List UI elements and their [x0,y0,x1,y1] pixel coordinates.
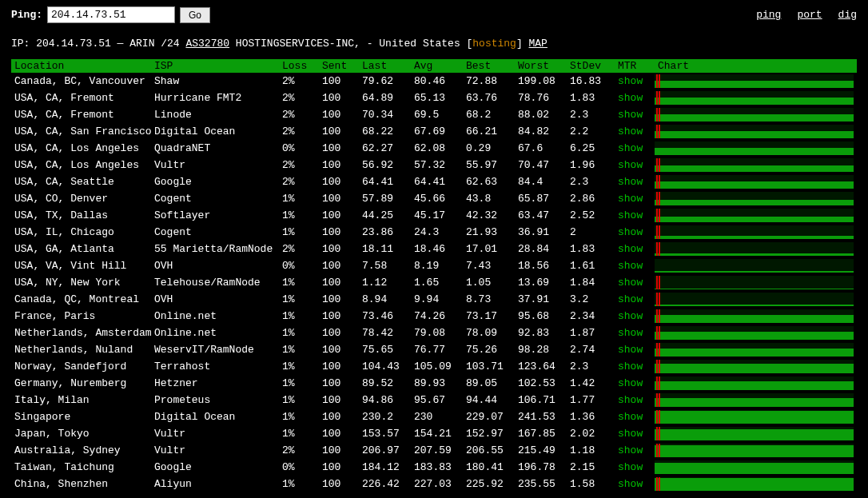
cell-isp: Hetzner [151,375,279,392]
loss-marker-icon [656,376,660,390]
mtr-show-link[interactable]: show [618,75,643,87]
table-row: Netherlands, NulandWeservIT/RamNode1%100… [11,341,857,358]
cell-location: Taiwan, Taichung [11,459,151,476]
mtr-show-link[interactable]: show [618,125,643,137]
th-last: Last [359,59,411,73]
mtr-show-link[interactable]: show [618,277,643,289]
cell-loss: 1% [279,392,319,408]
cell-sent: 100 [319,375,359,392]
latency-chart [655,175,854,189]
cell-best: 66.21 [463,123,515,140]
table-row: USA, CA, San FranciscoDigital Ocean2%100… [11,123,857,140]
latency-chart [655,477,854,491]
mtr-show-link[interactable]: show [618,327,643,339]
cell-avg: 74.26 [411,308,463,325]
cell-stdev: 1.61 [567,257,615,274]
th-chart: Chart [655,59,857,73]
latency-chart [655,242,854,256]
mtr-show-link[interactable]: show [618,394,643,406]
cell-stdev: 2.02 [567,425,615,442]
cell-isp: Shaw [151,73,279,90]
table-row: USA, TX, DallasSoftlayer1%10044.2545.174… [11,207,857,224]
mtr-show-link[interactable]: show [618,209,643,221]
mtr-show-link[interactable]: show [618,478,643,490]
cell-isp: Online.net [151,325,279,341]
cell-worst: 70.47 [515,157,567,173]
cell-isp: OVH [151,291,279,308]
mtr-show-link[interactable]: show [618,344,643,356]
cell-chart [655,476,857,492]
latency-chart [655,158,854,172]
cell-stdev: 2.86 [567,190,615,207]
cell-worst: 65.87 [515,190,567,207]
cell-mtr: show [615,157,655,173]
cell-last: 104.43 [359,358,411,375]
cell-mtr: show [615,106,655,123]
cell-worst: 28.84 [515,241,567,257]
table-row: Taiwan, TaichungGoogle0%100184.12183.831… [11,459,857,476]
cell-isp: Terrahost [151,358,279,375]
mtr-show-link[interactable]: show [618,444,643,456]
cell-avg: 45.66 [411,190,463,207]
mtr-show-link[interactable]: show [618,176,643,188]
cell-location: Canada, BC, Vancouver [11,73,151,90]
mtr-show-link[interactable]: show [618,243,643,255]
cell-loss: 1% [279,425,319,442]
cell-last: 75.65 [359,341,411,358]
mtr-show-link[interactable]: show [618,411,643,423]
loss-marker-icon [656,427,660,440]
mtr-show-link[interactable]: show [618,310,643,322]
ip-info-after: ] [516,38,529,50]
cell-mtr: show [615,291,655,308]
cell-loss: 1% [279,291,319,308]
cell-chart [655,224,857,241]
mtr-show-link[interactable]: show [618,428,643,440]
map-link[interactable]: MAP [529,38,547,50]
cell-mtr: show [615,73,655,90]
cell-stdev: 1.58 [567,476,615,492]
cell-stdev: 2.3 [567,358,615,375]
cell-worst: 67.6 [515,140,567,157]
mtr-show-link[interactable]: show [618,109,643,121]
mtr-show-link[interactable]: show [618,193,643,205]
cell-chart [655,408,857,425]
go-button[interactable]: Go [180,7,210,23]
ip-input[interactable] [47,6,175,23]
cell-chart [655,425,857,442]
cell-sent: 100 [319,123,359,140]
mtr-show-link[interactable]: show [618,461,643,473]
cell-stdev: 1.87 [567,325,615,341]
dig-link[interactable]: dig [838,9,857,21]
cell-mtr: show [615,173,655,190]
mtr-show-link[interactable]: show [618,159,643,171]
mtr-show-link[interactable]: show [618,260,643,272]
cell-stdev: 1.83 [567,241,615,257]
mtr-show-link[interactable]: show [618,92,643,104]
mtr-show-link[interactable]: show [618,293,643,305]
cell-last: 153.57 [359,425,411,442]
cell-worst: 37.91 [515,291,567,308]
cell-last: 79.62 [359,73,411,90]
cell-isp: Online.net [151,308,279,325]
ping-link[interactable]: ping [756,9,781,21]
mtr-show-link[interactable]: show [618,377,643,389]
mtr-show-link[interactable]: show [618,361,643,373]
cell-avg: 9.94 [411,291,463,308]
cell-isp: Prometeus [151,392,279,408]
cell-sent: 100 [319,392,359,408]
cell-stdev: 1.77 [567,392,615,408]
cell-loss: 0% [279,257,319,274]
cell-worst: 78.76 [515,90,567,106]
cell-location: USA, IL, Chicago [11,224,151,241]
top-links: ping port dig [756,9,857,21]
cell-sent: 100 [319,325,359,341]
table-row: Australia, SydneyVultr2%100206.97207.592… [11,442,857,459]
cell-stdev: 2.74 [567,341,615,358]
cell-sent: 100 [319,257,359,274]
loss-marker-icon [656,91,660,105]
mtr-show-link[interactable]: show [618,142,643,154]
asn-link[interactable]: AS32780 [185,38,229,50]
port-link[interactable]: port [797,9,822,21]
mtr-show-link[interactable]: show [618,226,643,238]
hosting-link[interactable]: hosting [472,38,516,50]
